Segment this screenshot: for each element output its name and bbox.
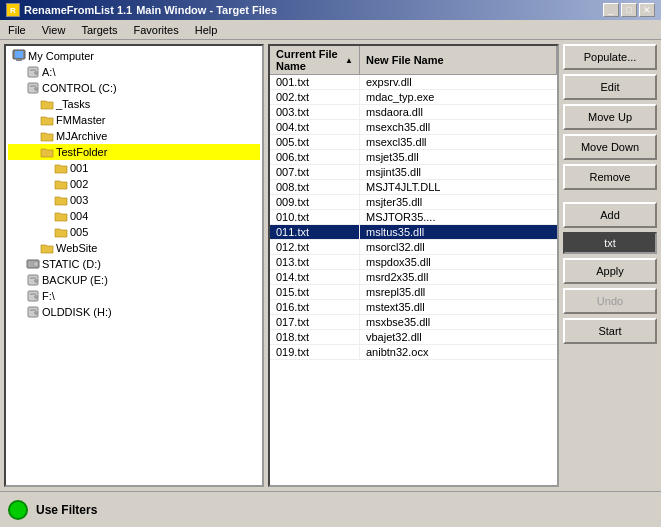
- file-current-name: 018.txt: [270, 330, 360, 344]
- folder-icon: [40, 241, 54, 255]
- tree-item-005[interactable]: 005: [8, 224, 260, 240]
- file-current-name: 004.txt: [270, 120, 360, 134]
- drive-icon: [26, 273, 40, 287]
- svg-point-16: [35, 296, 38, 299]
- file-new-name: expsrv.dll: [360, 75, 557, 89]
- table-row[interactable]: 003.txtmsdaora.dll: [270, 105, 557, 120]
- edit-button[interactable]: Edit: [563, 74, 657, 100]
- table-row[interactable]: 009.txtmsjter35.dll: [270, 195, 557, 210]
- table-row[interactable]: 018.txtvbajet32.dll: [270, 330, 557, 345]
- table-row[interactable]: 008.txtMSJT4JLT.DLL: [270, 180, 557, 195]
- tree-item-tasks[interactable]: _Tasks: [8, 96, 260, 112]
- maximize-button[interactable]: □: [621, 3, 637, 17]
- file-new-name: MSJT4JLT.DLL: [360, 180, 557, 194]
- file-new-name: vbajet32.dll: [360, 330, 557, 344]
- buttons-panel: Populate... Edit Move Up Move Down Remov…: [563, 44, 657, 487]
- file-new-name: msltus35.dll: [360, 225, 557, 239]
- tree-label: 003: [70, 194, 88, 206]
- tree-item-004[interactable]: 004: [8, 208, 260, 224]
- tree-item-e[interactable]: BACKUP (E:): [8, 272, 260, 288]
- table-row[interactable]: 007.txtmsjint35.dll: [270, 165, 557, 180]
- menu-targets[interactable]: Targets: [77, 23, 121, 37]
- table-row[interactable]: 013.txtmspdox35.dll: [270, 255, 557, 270]
- file-new-name: anibtn32.ocx: [360, 345, 557, 359]
- menu-favorites[interactable]: Favorites: [129, 23, 182, 37]
- table-row[interactable]: 010.txtMSJTOR35....: [270, 210, 557, 225]
- tree-label: 004: [70, 210, 88, 222]
- svg-point-10: [34, 262, 38, 266]
- tree-item-d[interactable]: STATIC (D:): [8, 256, 260, 272]
- tree-item-fmmaster[interactable]: FMMaster: [8, 112, 260, 128]
- undo-button[interactable]: Undo: [563, 288, 657, 314]
- svg-point-8: [35, 88, 38, 91]
- folder-icon: [54, 225, 68, 239]
- tree-label: F:\: [42, 290, 55, 302]
- separator-1: [563, 194, 657, 198]
- folder-icon: [54, 177, 68, 191]
- table-row[interactable]: 016.txtmstext35.dll: [270, 300, 557, 315]
- file-new-name: MSJTOR35....: [360, 210, 557, 224]
- folder-icon: [54, 161, 68, 175]
- file-current-name: 015.txt: [270, 285, 360, 299]
- tree-item-002[interactable]: 002: [8, 176, 260, 192]
- close-button[interactable]: ✕: [639, 3, 655, 17]
- menu-help[interactable]: Help: [191, 23, 222, 37]
- tree-item-a[interactable]: A:\: [8, 64, 260, 80]
- table-row[interactable]: 005.txtmsexcl35.dll: [270, 135, 557, 150]
- file-new-name: msorcl32.dll: [360, 240, 557, 254]
- tree-label: TestFolder: [56, 146, 107, 158]
- sort-arrow-icon: ▲: [345, 56, 353, 65]
- file-current-name: 003.txt: [270, 105, 360, 119]
- table-row[interactable]: 011.txtmsltus35.dll: [270, 225, 557, 240]
- menu-view[interactable]: View: [38, 23, 70, 37]
- folder-icon: [40, 97, 54, 111]
- tree-item-website[interactable]: WebSite: [8, 240, 260, 256]
- remove-button[interactable]: Remove: [563, 164, 657, 190]
- file-current-name: 002.txt: [270, 90, 360, 104]
- table-row[interactable]: 004.txtmsexch35.dll: [270, 120, 557, 135]
- main-content: My ComputerA:\CONTROL (C:)_TasksFMMaster…: [0, 40, 661, 491]
- tree-panel[interactable]: My ComputerA:\CONTROL (C:)_TasksFMMaster…: [4, 44, 264, 487]
- file-current-name: 009.txt: [270, 195, 360, 209]
- tree-item-003[interactable]: 003: [8, 192, 260, 208]
- table-row[interactable]: 015.txtmsrepl35.dll: [270, 285, 557, 300]
- move-down-button[interactable]: Move Down: [563, 134, 657, 160]
- file-new-name: msrepl35.dll: [360, 285, 557, 299]
- tree-label: _Tasks: [56, 98, 90, 110]
- table-row[interactable]: 014.txtmsrd2x35.dll: [270, 270, 557, 285]
- tree-item-mycomputer[interactable]: My Computer: [8, 48, 260, 64]
- table-row[interactable]: 017.txtmsxbse35.dll: [270, 315, 557, 330]
- move-up-button[interactable]: Move Up: [563, 104, 657, 130]
- menu-file[interactable]: File: [4, 23, 30, 37]
- start-button[interactable]: Start: [563, 318, 657, 344]
- title-bar-left: R RenameFromList 1.1 Main Window - Targe…: [6, 3, 277, 17]
- file-current-name: 011.txt: [270, 225, 360, 239]
- app-title: RenameFromList 1.1: [24, 4, 132, 16]
- minimize-button[interactable]: _: [603, 3, 619, 17]
- ext-input[interactable]: [563, 232, 657, 254]
- add-button[interactable]: Add: [563, 202, 657, 228]
- tree-item-c[interactable]: CONTROL (C:): [8, 80, 260, 96]
- col-header-current: Current File Name ▲: [270, 46, 360, 74]
- tree-label: FMMaster: [56, 114, 106, 126]
- file-current-name: 010.txt: [270, 210, 360, 224]
- tree-item-001[interactable]: 001: [8, 160, 260, 176]
- table-row[interactable]: 019.txtanibtn32.ocx: [270, 345, 557, 360]
- file-list-panel[interactable]: Current File Name ▲ New File Name 001.tx…: [268, 44, 559, 487]
- tree-item-f[interactable]: F:\: [8, 288, 260, 304]
- tree-item-h[interactable]: OLDDISK (H:): [8, 304, 260, 320]
- file-current-name: 012.txt: [270, 240, 360, 254]
- file-new-name: msjint35.dll: [360, 165, 557, 179]
- tree-item-testfolder[interactable]: TestFolder: [8, 144, 260, 160]
- app-icon: R: [6, 3, 20, 17]
- tree-item-mjarchive[interactable]: MJArchive: [8, 128, 260, 144]
- file-new-name: msxbse35.dll: [360, 315, 557, 329]
- file-current-name: 007.txt: [270, 165, 360, 179]
- table-row[interactable]: 012.txtmsorcl32.dll: [270, 240, 557, 255]
- table-row[interactable]: 002.txtmdac_typ.exe: [270, 90, 557, 105]
- table-row[interactable]: 006.txtmsjet35.dll: [270, 150, 557, 165]
- populate-button[interactable]: Populate...: [563, 44, 657, 70]
- tree-label: WebSite: [56, 242, 97, 254]
- table-row[interactable]: 001.txtexpsrv.dll: [270, 75, 557, 90]
- apply-button[interactable]: Apply: [563, 258, 657, 284]
